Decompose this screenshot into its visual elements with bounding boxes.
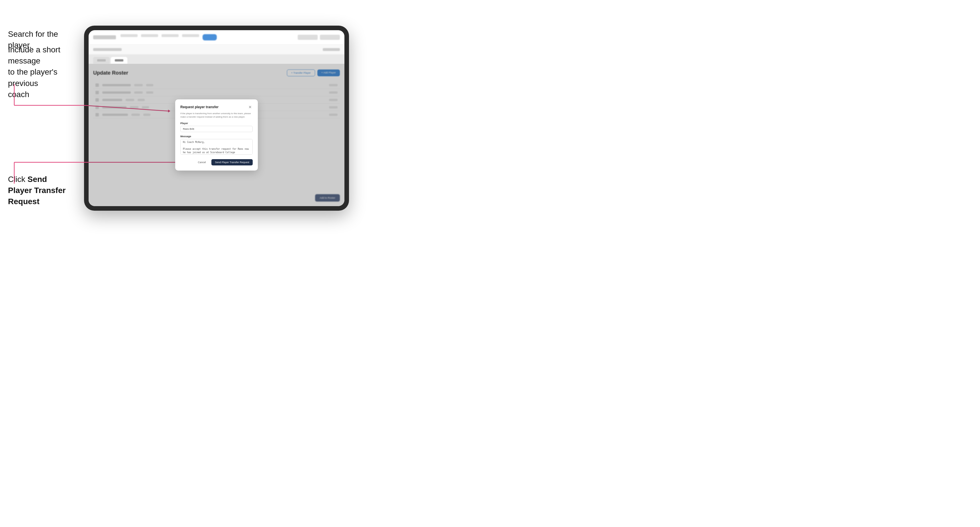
tab-stats-label — [115, 59, 123, 62]
modal-description: If the player is transferring from anoth… — [180, 112, 253, 118]
nav-schedule — [162, 34, 179, 37]
header-add-btn — [298, 35, 318, 40]
annotation-message: Include a short messageto the player's p… — [8, 44, 79, 100]
breadcrumb — [93, 48, 122, 51]
modal-header: Request player transfer ✕ — [180, 105, 253, 110]
modal-close-button[interactable]: ✕ — [248, 105, 253, 110]
request-transfer-modal: Request player transfer ✕ If the player … — [175, 99, 258, 170]
message-label: Message — [180, 135, 253, 138]
nav-roster — [141, 34, 158, 37]
annotation-click: Click Send Player Transfer Request — [8, 174, 71, 207]
tab-roster[interactable] — [93, 57, 110, 64]
main-content: Update Roster + Transfer Player + Add Pl… — [89, 64, 344, 206]
send-transfer-button[interactable]: Send Player Transfer Request — [212, 159, 253, 165]
app-header-right — [298, 35, 340, 40]
tablet-screen: Update Roster + Transfer Player + Add Pl… — [89, 30, 344, 206]
cancel-button[interactable]: Cancel — [194, 159, 209, 165]
nav-tournaments — [121, 34, 138, 37]
sub-header — [89, 44, 344, 55]
message-textarea[interactable]: Hi Coach McHarg, Please accept this tran… — [180, 139, 253, 155]
app-logo — [93, 35, 116, 39]
modal-overlay: Request player transfer ✕ If the player … — [89, 64, 344, 206]
tab-bar — [89, 55, 344, 64]
tab-stats[interactable] — [111, 57, 127, 64]
player-input[interactable] — [180, 126, 253, 132]
nav-statistics — [182, 34, 199, 37]
sub-header-action — [323, 48, 340, 51]
tablet-device: Update Roster + Transfer Player + Add Pl… — [84, 25, 349, 211]
nav-more-info — [202, 34, 217, 40]
player-label: Player — [180, 122, 253, 125]
header-logout-btn — [320, 35, 340, 40]
app-header — [89, 30, 344, 44]
tab-roster-label — [97, 59, 106, 62]
modal-footer: Cancel Send Player Transfer Request — [180, 159, 253, 165]
app-nav — [121, 34, 293, 40]
modal-title: Request player transfer — [180, 105, 218, 109]
